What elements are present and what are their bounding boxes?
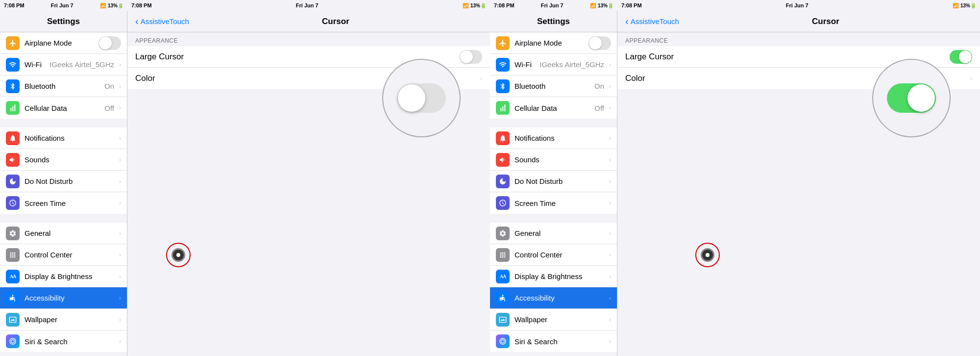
left-back-label: AssistiveTouch — [141, 17, 189, 25]
right-item-dnd[interactable]: Do Not Disturb › — [490, 171, 617, 192]
wifi-value: IGeeks Airtel_5GHz — [49, 60, 114, 69]
right-date: Fri Jun 7 — [541, 2, 564, 8]
sounds-icon — [6, 153, 20, 167]
right-item-wallpaper[interactable]: Wallpaper › — [490, 309, 617, 331]
left-settings-panel: Settings Airplane Mode Wi-Fi — [0, 0, 127, 356]
left-item-sounds[interactable]: Sounds › — [0, 149, 127, 171]
right-bluetooth-label: Bluetooth — [514, 82, 589, 90]
left-item-dnd[interactable]: Do Not Disturb › — [0, 171, 127, 192]
left-settings-list: Airplane Mode Wi-Fi IGeeks Airtel_5GHz › — [0, 32, 127, 352]
right-cellular-icon — [496, 101, 510, 115]
right-cursor-time: 7:08 PM — [621, 2, 642, 8]
left-item-controlcenter[interactable]: Control Center › — [0, 244, 127, 266]
right-appearance-header: APPEARANCE — [617, 32, 980, 46]
right-divider-1 — [490, 119, 617, 127]
right-item-controlcenter[interactable]: Control Center › — [490, 244, 617, 266]
right-bluetooth-chevron: › — [609, 83, 611, 90]
left-cursor-panel: 7:08 PM Fri Jun 7 📶 13%🔋 ‹ AssistiveTouc… — [127, 0, 490, 356]
right-color-chevron: › — [970, 75, 972, 82]
right-cursor-icons: 📶 13%🔋 — [953, 3, 976, 8]
right-largecursor-toggle[interactable] — [950, 50, 972, 64]
left-item-siri[interactable]: Siri & Search › — [0, 331, 127, 352]
right-battery-icon3: 13%🔋 — [960, 3, 976, 8]
dnd-icon — [6, 175, 20, 188]
left-divider-2 — [0, 214, 127, 223]
left-item-notifications[interactable]: Notifications › — [0, 127, 127, 149]
left-item-bluetooth[interactable]: Bluetooth On › — [0, 76, 127, 97]
wallpaper-icon — [6, 313, 20, 327]
left-item-cellular[interactable]: Cellular Data Off › — [0, 97, 127, 119]
left-largecursor-label: Large Cursor — [135, 52, 455, 62]
left-status-bar: 7:08 PM Fri Jun 7 📶 13%🔋 — [0, 0, 127, 11]
left-item-airplane[interactable]: Airplane Mode — [0, 32, 127, 54]
left-back-chevron: ‹ — [135, 16, 139, 27]
right-big-toggle-knob — [907, 84, 935, 112]
left-cursor-date: Fri Jun 7 — [296, 2, 318, 8]
right-item-display[interactable]: AA Display & Brightness › — [490, 266, 617, 287]
left-item-wallpaper[interactable]: Wallpaper › — [0, 309, 127, 331]
right-display-chevron: › — [609, 273, 611, 280]
right-cursor-title: Cursor — [679, 17, 972, 26]
right-notifications-icon — [496, 131, 510, 145]
left-largecursor-toggle[interactable] — [460, 50, 482, 64]
left-item-screentime[interactable]: Screen Time › — [0, 192, 127, 214]
right-controlcenter-chevron: › — [609, 252, 611, 258]
bluetooth-icon — [6, 79, 20, 93]
siri-label: Siri & Search — [24, 337, 114, 346]
controlcenter-chevron: › — [119, 252, 121, 258]
left-assistive-dot — [172, 248, 185, 262]
right-dnd-chevron: › — [609, 178, 611, 185]
left-settings-title: Settings — [0, 11, 127, 32]
left-item-wifi[interactable]: Wi-Fi IGeeks Airtel_5GHz › — [0, 54, 127, 76]
wifi-label: Wi-Fi — [24, 60, 45, 69]
right-item-general[interactable]: General › — [490, 223, 617, 244]
left-item-general[interactable]: General › — [0, 223, 127, 244]
right-wifi-label: Wi-Fi — [514, 60, 535, 69]
right-notifications-label: Notifications — [514, 134, 604, 142]
airplane-toggle[interactable] — [98, 36, 121, 50]
left-item-accessibility[interactable]: Accessibility › — [0, 287, 127, 309]
general-icon — [6, 227, 20, 240]
wifi-chevron: › — [119, 61, 121, 68]
bluetooth-label: Bluetooth — [24, 82, 99, 90]
right-back-button[interactable]: ‹ AssistiveTouch — [625, 16, 679, 27]
right-item-cellular[interactable]: Cellular Data Off › — [490, 97, 617, 119]
right-item-notifications[interactable]: Notifications › — [490, 127, 617, 149]
svg-point-1 — [502, 295, 504, 296]
battery-icon2: 13%🔋 — [470, 3, 486, 8]
right-item-screentime[interactable]: Screen Time › — [490, 192, 617, 214]
sounds-chevron: › — [119, 156, 121, 163]
right-cursor-nav: ‹ AssistiveTouch Cursor — [617, 11, 980, 32]
left-assistive-dot-inner — [176, 253, 180, 257]
wifi-icon2: 📶 — [463, 3, 468, 8]
wallpaper-label: Wallpaper — [24, 315, 114, 324]
screentime-chevron: › — [119, 200, 121, 206]
right-assistive-dot — [701, 248, 714, 262]
right-item-bluetooth[interactable]: Bluetooth On › — [490, 76, 617, 97]
left-item-display[interactable]: AA Display & Brightness › — [0, 266, 127, 287]
right-big-toggle-overlay — [872, 59, 951, 137]
right-item-wifi[interactable]: Wi-Fi IGeeks Airtel_5GHz › — [490, 54, 617, 76]
right-back-label: AssistiveTouch — [631, 17, 679, 25]
cellular-label: Cellular Data — [24, 104, 99, 112]
right-wallpaper-icon — [496, 313, 510, 327]
right-notifications-chevron: › — [609, 135, 611, 142]
left-status-icons: 📶 13%🔋 — [100, 3, 123, 8]
right-item-siri[interactable]: Siri & Search › — [490, 331, 617, 352]
right-item-accessibility[interactable]: Accessibility › — [490, 287, 617, 309]
right-general-chevron: › — [609, 230, 611, 237]
right-sounds-label: Sounds — [514, 155, 604, 164]
right-airplane-toggle[interactable] — [588, 36, 611, 50]
right-group-1: Airplane Mode Wi-Fi IGeeks Airtel_5GHz › — [490, 32, 617, 119]
right-item-sounds[interactable]: Sounds › — [490, 149, 617, 171]
right-half: 7:08 PM Fri Jun 7 📶 13%🔋 Settings Airpla… — [490, 0, 980, 356]
left-appearance-header: APPEARANCE — [127, 32, 490, 46]
siri-chevron: › — [119, 338, 121, 345]
left-back-button[interactable]: ‹ AssistiveTouch — [135, 16, 189, 27]
right-time: 7:08 PM — [494, 2, 514, 8]
right-settings-title: Settings — [490, 11, 617, 32]
left-divider-1 — [0, 119, 127, 127]
right-item-airplane[interactable]: Airplane Mode — [490, 32, 617, 54]
controlcenter-icon — [6, 248, 20, 262]
right-accessibility-icon — [496, 291, 510, 305]
